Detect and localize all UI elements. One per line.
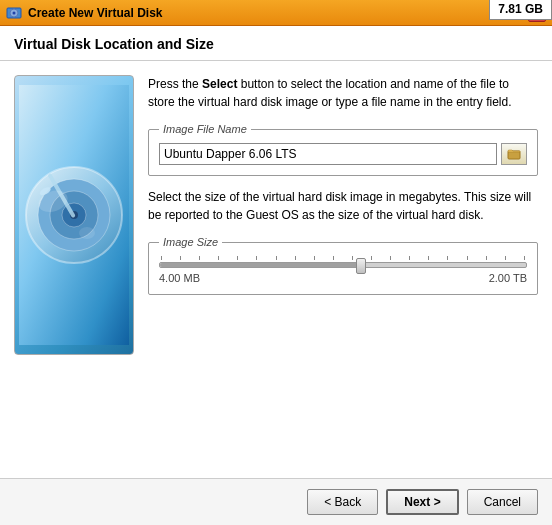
tick	[256, 256, 257, 260]
button-bar: < Back Next > Cancel	[0, 478, 552, 525]
next-button[interactable]: Next >	[386, 489, 458, 515]
slider-fill	[160, 263, 361, 267]
image-file-name-legend: Image File Name	[159, 123, 251, 135]
body-area: Press the Select button to select the lo…	[0, 61, 552, 478]
cancel-button[interactable]: Cancel	[467, 489, 538, 515]
tick	[314, 256, 315, 260]
tick	[524, 256, 525, 260]
size-description: Select the size of the virtual hard disk…	[148, 188, 538, 224]
tick	[352, 256, 353, 260]
select-bold: Select	[202, 77, 237, 91]
tick	[333, 256, 334, 260]
tick	[371, 256, 372, 260]
tick	[237, 256, 238, 260]
right-panel: Press the Select button to select the lo…	[148, 75, 538, 464]
tick	[199, 256, 200, 260]
slider-min-label: 4.00 MB	[159, 272, 200, 284]
slider-labels: 4.00 MB 2.00 TB	[159, 272, 527, 284]
description-text: Press the Select button to select the lo…	[148, 75, 538, 111]
tick-marks	[159, 256, 527, 260]
title-bar-text: Create New Virtual Disk	[28, 6, 163, 20]
back-button[interactable]: < Back	[307, 489, 378, 515]
tick	[180, 256, 181, 260]
hdd-svg	[19, 85, 129, 345]
svg-point-12	[79, 227, 95, 239]
folder-icon	[507, 147, 521, 161]
tick	[276, 256, 277, 260]
slider-track[interactable]	[159, 262, 527, 268]
tick	[447, 256, 448, 260]
tick	[409, 256, 410, 260]
file-name-input[interactable]	[159, 143, 497, 165]
file-browse-button[interactable]	[501, 143, 527, 165]
image-file-name-group: Image File Name	[148, 123, 538, 176]
title-bar-left: Create New Virtual Disk	[6, 5, 163, 21]
file-name-row	[159, 143, 527, 165]
tick	[467, 256, 468, 260]
page-title: Virtual Disk Location and Size	[14, 36, 214, 52]
svg-point-2	[13, 11, 16, 14]
slider-max-label: 2.00 TB	[489, 272, 527, 284]
tick	[218, 256, 219, 260]
slider-thumb[interactable]	[356, 258, 366, 274]
slider-left: 4.00 MB 2.00 TB	[159, 256, 527, 284]
page-header: Virtual Disk Location and Size	[0, 26, 552, 61]
tick	[428, 256, 429, 260]
tick	[295, 256, 296, 260]
tick	[390, 256, 391, 260]
tick	[486, 256, 487, 260]
main-content: Virtual Disk Location and Size	[0, 26, 552, 525]
disk-image	[14, 75, 134, 355]
app-icon	[6, 5, 22, 21]
tick	[161, 256, 162, 260]
image-size-legend: Image Size	[159, 236, 222, 248]
title-bar: Create New Virtual Disk ✕	[0, 0, 552, 26]
tick	[505, 256, 506, 260]
image-size-group: Image Size	[148, 236, 538, 295]
slider-row: 4.00 MB 2.00 TB 7.81 GB	[159, 256, 527, 284]
